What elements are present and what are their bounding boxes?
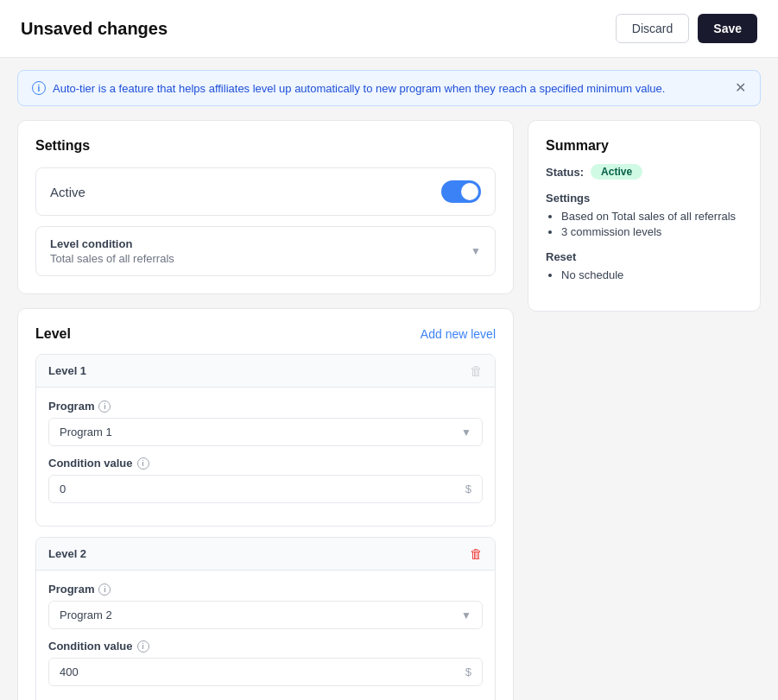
level-condition-label: Level condition: [50, 237, 174, 250]
level-card-body: Program i Program 1 ▼ Condition value i …: [36, 388, 495, 526]
left-panel: Settings Active Level condition Total sa…: [17, 120, 514, 700]
main-content: Settings Active Level condition Total sa…: [0, 106, 778, 700]
level-card-container: Level Add new level Level 1 🗑 Program i …: [17, 308, 514, 700]
delete-level-icon[interactable]: 🗑: [470, 546, 483, 561]
summary-settings-list: Based on Total sales of all referrals3 c…: [546, 210, 743, 238]
summary-settings-title: Settings: [546, 192, 743, 205]
level-items-container: Level 1 🗑 Program i Program 1 ▼ Conditio…: [35, 354, 496, 700]
settings-title: Settings: [35, 138, 496, 154]
chevron-down-icon: ▼: [471, 245, 481, 257]
summary-card: Summary Status: Active Settings Based on…: [528, 120, 761, 312]
condition-info-icon[interactable]: i: [137, 640, 149, 653]
summary-status-row: Status: Active: [546, 164, 743, 180]
right-panel: Summary Status: Active Settings Based on…: [528, 120, 761, 700]
condition-field-group: Condition value i 400 $: [48, 640, 483, 686]
program-info-icon[interactable]: i: [98, 583, 111, 596]
page-title: Unsaved changes: [21, 19, 168, 39]
level-header: Level Add new level: [35, 326, 496, 342]
info-icon: i: [32, 81, 46, 95]
program-label: Program i: [48, 583, 483, 596]
banner-text: Auto-tier is a feature that helps affili…: [53, 82, 665, 95]
banner-left: i Auto-tier is a feature that helps affi…: [32, 81, 665, 95]
program-field-group: Program i Program 1 ▼: [48, 400, 483, 446]
program-label: Program i: [48, 400, 483, 413]
active-label: Active: [50, 185, 85, 199]
top-bar: Unsaved changes Discard Save: [0, 0, 778, 58]
condition-input[interactable]: 400 $: [48, 658, 483, 686]
program-select[interactable]: Program 1 ▼: [48, 418, 483, 446]
summary-status-label: Status:: [546, 166, 584, 179]
level-card-title: Level 1: [48, 364, 86, 377]
summary-reset-item: No schedule: [561, 268, 743, 281]
delete-level-icon-disabled: 🗑: [470, 363, 483, 378]
summary-reset-title: Reset: [546, 250, 743, 263]
condition-input[interactable]: 0 $: [48, 475, 483, 503]
condition-field-group: Condition value i 0 $: [48, 457, 483, 503]
add-new-level-button[interactable]: Add new level: [421, 327, 496, 341]
program-select[interactable]: Program 2 ▼: [48, 601, 483, 629]
level-condition-dropdown[interactable]: Level condition Total sales of all refer…: [35, 226, 496, 276]
currency-symbol: $: [465, 482, 471, 495]
program-value: Program 1: [60, 426, 112, 438]
level-card-header: Level 2 🗑: [36, 538, 495, 571]
level-card-1: Level 1 🗑 Program i Program 1 ▼ Conditio…: [35, 354, 496, 527]
program-field-group: Program i Program 2 ▼: [48, 583, 483, 629]
active-row: Active: [35, 167, 496, 216]
status-badge: Active: [591, 164, 642, 180]
chevron-down-icon: ▼: [461, 609, 471, 621]
settings-card: Settings Active Level condition Total sa…: [17, 120, 514, 294]
level-condition-value: Total sales of all referrals: [50, 252, 174, 265]
summary-setting-item: Based on Total sales of all referrals: [561, 210, 743, 223]
dropdown-content: Level condition Total sales of all refer…: [50, 237, 174, 265]
level-card-title: Level 2: [48, 547, 86, 560]
currency-symbol: $: [465, 665, 471, 678]
condition-label: Condition value i: [48, 640, 483, 653]
level-card-2: Level 2 🗑 Program i Program 2 ▼ Conditio…: [35, 537, 496, 700]
level-card-body: Program i Program 2 ▼ Condition value i …: [36, 571, 495, 700]
top-bar-actions: Discard Save: [616, 14, 757, 43]
close-banner-button[interactable]: ✕: [735, 81, 746, 95]
program-info-icon[interactable]: i: [98, 400, 111, 413]
level-card-header: Level 1 🗑: [36, 355, 495, 388]
summary-title: Summary: [546, 138, 743, 154]
condition-info-icon[interactable]: i: [137, 457, 149, 470]
condition-label: Condition value i: [48, 457, 483, 470]
discard-button[interactable]: Discard: [616, 14, 689, 43]
save-button[interactable]: Save: [698, 14, 757, 43]
summary-reset-list: No schedule: [546, 268, 743, 281]
summary-setting-item: 3 commission levels: [561, 225, 743, 238]
chevron-down-icon: ▼: [461, 426, 471, 438]
condition-value: 400: [60, 665, 79, 678]
level-title: Level: [35, 326, 71, 342]
active-toggle[interactable]: [441, 180, 481, 203]
info-banner: i Auto-tier is a feature that helps affi…: [17, 70, 761, 106]
program-value: Program 2: [60, 609, 112, 621]
condition-value: 0: [60, 482, 66, 495]
